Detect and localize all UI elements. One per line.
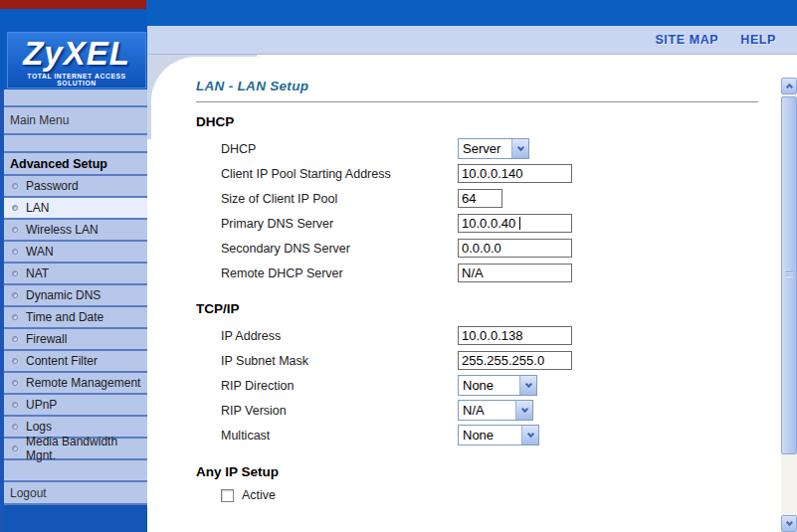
secondary-dns-label: Secondary DNS Server: [221, 242, 458, 256]
dhcp-select[interactable]: Server: [458, 138, 529, 159]
client-ip-pool-start-input[interactable]: [458, 164, 572, 183]
sidebar-item-label: UPnP: [26, 398, 57, 412]
sidebar-logout[interactable]: Logout: [0, 482, 147, 505]
sidebar-item-label: Firewall: [26, 332, 67, 346]
client-ip-pool-start-label: Client IP Pool Starting Address: [221, 167, 458, 181]
sidebar-spacer: [0, 135, 147, 153]
tcpip-section: IP Address IP Subnet Mask RIP Direction …: [151, 323, 781, 447]
rip-version-select[interactable]: N/A: [458, 400, 533, 421]
chevron-down-icon[interactable]: [515, 401, 532, 420]
chevron-down-icon: [785, 519, 792, 526]
sidebar-item-label: Dynamic DNS: [26, 288, 100, 302]
scrollbar-down-button[interactable]: [781, 515, 797, 532]
scrollbar-thumb[interactable]: [781, 96, 797, 454]
bullet-icon: [12, 424, 18, 430]
bullet-icon: [12, 227, 18, 233]
ip-address-input[interactable]: [458, 326, 572, 345]
sidebar-item-label: NAT: [26, 266, 49, 280]
subnet-mask-input[interactable]: [458, 351, 572, 370]
bullet-icon: [12, 402, 18, 408]
remote-dhcp-input[interactable]: [458, 264, 572, 282]
bullet-icon: [12, 445, 18, 451]
active-checkbox-label: Active: [242, 488, 276, 502]
page-title: LAN - LAN Setup: [196, 79, 781, 93]
sidebar-item-lan[interactable]: LAN: [0, 198, 147, 220]
secondary-dns-input[interactable]: [458, 239, 572, 258]
rip-direction-value: None: [459, 376, 519, 395]
header-link-bar: SITE MAP HELP: [147, 26, 797, 55]
sidebar-item-wireless-lan[interactable]: Wireless LAN: [0, 220, 147, 242]
chevron-down-icon[interactable]: [519, 376, 536, 395]
form-row-rip-version: RIP Version N/A: [221, 398, 781, 423]
zyxel-tagline: TOTAL INTERNET ACCESS SOLUTION: [8, 73, 145, 87]
bullet-icon: [12, 249, 18, 255]
sidebar-item-label: WAN: [26, 245, 54, 259]
sidebar-item-label: LAN: [26, 201, 49, 215]
sidebar-item-dynamic-dns[interactable]: Dynamic DNS: [0, 285, 147, 307]
sidebar-item-label: Logs: [26, 420, 52, 434]
sidebar-item-remote-management[interactable]: Remote Management: [0, 373, 147, 395]
sidebar-item-time-and-date[interactable]: Time and Date: [0, 307, 147, 329]
sidebar-item-label: Content Filter: [26, 354, 98, 368]
pool-size-label: Size of Client IP Pool: [221, 192, 458, 206]
sidebar-nav: Main Menu Advanced Setup Password LAN Wi…: [0, 89, 147, 532]
section-heading-tcpip: TCP/IP: [196, 301, 781, 316]
primary-dns-label: Primary DNS Server: [221, 217, 458, 231]
multicast-select[interactable]: None: [458, 425, 539, 445]
sidebar-item-label: Wireless LAN: [26, 223, 99, 237]
rip-version-label: RIP Version: [221, 404, 458, 418]
form-row-remote-dhcp: Remote DHCP Server: [221, 261, 781, 285]
site-map-link[interactable]: SITE MAP: [655, 33, 718, 47]
sidebar-item-label: Remote Management: [26, 376, 140, 390]
section-heading-dhcp: DHCP: [196, 114, 781, 129]
multicast-label: Multicast: [221, 429, 458, 443]
rip-direction-label: RIP Direction: [221, 379, 458, 393]
subnet-mask-label: IP Subnet Mask: [221, 354, 458, 368]
any-ip-active-row: Active: [221, 488, 781, 502]
help-link[interactable]: HELP: [740, 33, 776, 47]
active-checkbox[interactable]: [221, 489, 234, 502]
bullet-icon: [12, 292, 18, 298]
section-heading-any-ip: Any IP Setup: [196, 464, 781, 479]
sidebar-item-wan[interactable]: WAN: [0, 242, 147, 264]
sidebar-section-advanced-setup: Advanced Setup: [0, 153, 147, 176]
chevron-down-icon[interactable]: [511, 139, 528, 158]
sidebar-bottom-fill: [0, 505, 147, 532]
sidebar-spacer: [0, 460, 147, 482]
sidebar-item-nat[interactable]: NAT: [0, 264, 147, 285]
bullet-icon: [12, 183, 18, 189]
bullet-icon: [12, 336, 18, 342]
scrollbar-up-button[interactable]: [781, 78, 797, 94]
ip-address-label: IP Address: [221, 329, 458, 343]
sidebar-item-label: Password: [26, 179, 79, 193]
bullet-icon: [12, 380, 18, 386]
multicast-value: None: [459, 426, 521, 444]
dhcp-section: DHCP Server Client IP Pool Starting Addr…: [151, 136, 781, 285]
dhcp-select-value: Server: [459, 139, 511, 158]
sidebar-item-media-bandwidth-mgnt[interactable]: Media Bandwidth Mgnt.: [0, 439, 147, 460]
form-row-multicast: Multicast None: [221, 423, 781, 447]
remote-dhcp-label: Remote DHCP Server: [221, 266, 458, 280]
form-row-secondary-dns: Secondary DNS Server: [221, 236, 781, 261]
sidebar-item-label: Time and Date: [26, 310, 103, 324]
dhcp-label: DHCP: [221, 142, 458, 156]
sidebar-item-label: Media Bandwidth Mgnt.: [26, 435, 147, 462]
sidebar-item-password[interactable]: Password: [0, 176, 147, 198]
title-divider: [196, 101, 758, 102]
bullet-icon: [12, 314, 18, 320]
header-red-strip: [0, 0, 146, 9]
form-row-rip-direction: RIP Direction None: [221, 373, 781, 398]
chevron-down-icon[interactable]: [521, 426, 538, 444]
primary-dns-input[interactable]: [458, 214, 572, 233]
pool-size-input[interactable]: [458, 189, 502, 208]
form-row-pool-size: Size of Client IP Pool: [221, 186, 781, 211]
sidebar-item-firewall[interactable]: Firewall: [0, 329, 147, 351]
zyxel-logo: ZyXEL TOTAL INTERNET ACCESS SOLUTION: [7, 32, 146, 89]
sidebar-item-upnp[interactable]: UPnP: [0, 395, 147, 417]
rip-direction-select[interactable]: None: [458, 375, 537, 396]
bullet-icon: [12, 205, 18, 211]
sidebar-item-content-filter[interactable]: Content Filter: [0, 351, 147, 373]
zyxel-logo-text: ZyXEL: [8, 37, 145, 70]
sidebar-main-menu[interactable]: Main Menu: [0, 107, 147, 135]
bullet-icon: [12, 358, 18, 364]
